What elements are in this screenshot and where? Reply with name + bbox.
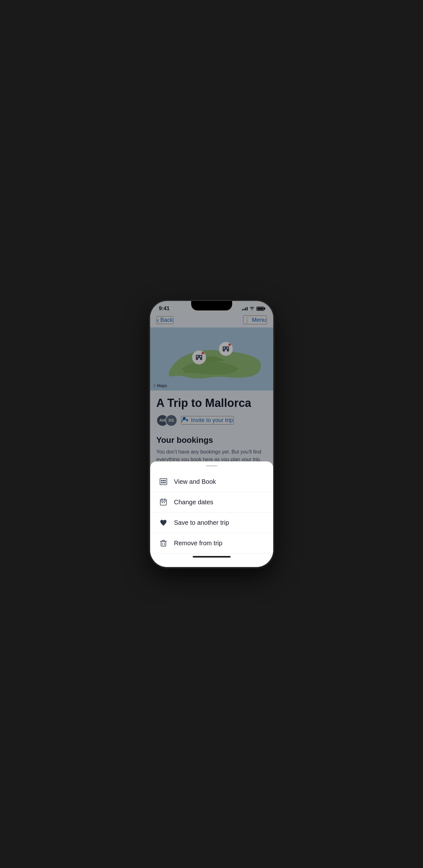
view-book-item[interactable]: View and Book bbox=[150, 471, 273, 492]
svg-rect-21 bbox=[160, 499, 167, 505]
svg-rect-16 bbox=[163, 480, 164, 481]
save-trip-item[interactable]: Save to another trip bbox=[150, 513, 273, 533]
svg-rect-25 bbox=[162, 502, 163, 503]
view-book-label: View and Book bbox=[174, 478, 216, 485]
svg-rect-19 bbox=[163, 482, 164, 483]
sheet-handle bbox=[206, 465, 217, 466]
bottom-sheet: View and Book Change dates bbox=[150, 461, 273, 567]
phone-screen: 9:41 bbox=[150, 301, 273, 567]
svg-rect-14 bbox=[160, 478, 167, 485]
building-icon bbox=[159, 477, 168, 486]
change-dates-label: Change dates bbox=[174, 499, 214, 506]
remove-trip-item[interactable]: Remove from trip bbox=[150, 533, 273, 554]
svg-rect-17 bbox=[164, 480, 166, 481]
svg-rect-20 bbox=[164, 482, 166, 483]
svg-rect-15 bbox=[161, 480, 162, 481]
save-trip-label: Save to another trip bbox=[174, 519, 229, 526]
trash-icon bbox=[159, 539, 168, 548]
svg-rect-18 bbox=[161, 482, 162, 483]
svg-rect-26 bbox=[164, 502, 165, 503]
calendar-icon bbox=[159, 498, 168, 506]
home-indicator bbox=[193, 556, 231, 558]
phone-frame: 9:41 bbox=[150, 301, 273, 567]
change-dates-item[interactable]: Change dates bbox=[150, 492, 273, 513]
svg-rect-27 bbox=[161, 541, 166, 546]
notch bbox=[191, 301, 232, 310]
heart-icon bbox=[159, 518, 168, 527]
remove-trip-label: Remove from trip bbox=[174, 539, 222, 547]
